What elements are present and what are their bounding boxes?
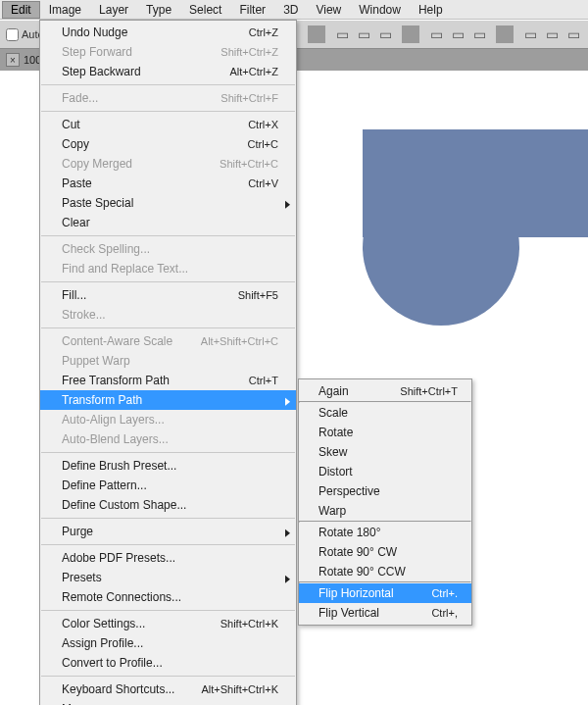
- menu-item-label: Adobe PDF Presets...: [62, 551, 175, 565]
- menu-item-label: Keyboard Shortcuts...: [62, 682, 174, 696]
- menubar-type[interactable]: Type: [137, 1, 180, 19]
- menubar-select[interactable]: Select: [180, 1, 230, 19]
- edit-menu-item-transform-path[interactable]: Transform Path: [40, 390, 296, 410]
- distribute-right-icon[interactable]: ▭: [564, 25, 582, 43]
- menubar-help[interactable]: Help: [410, 1, 452, 19]
- distribute-hcenter-icon[interactable]: ▭: [543, 25, 561, 43]
- menu-item-label: Content-Aware Scale: [62, 334, 172, 348]
- align-bottom-edges-icon[interactable]: ▭: [376, 25, 394, 43]
- vector-shape[interactable]: [343, 129, 588, 335]
- edit-menu-item-menus[interactable]: Menus...Alt+Shift+Ctrl+M: [40, 699, 296, 705]
- transform-menu-item-distort[interactable]: Distort: [299, 462, 471, 481]
- transform-menu-item-flip-horizontal[interactable]: Flip HorizontalCtrl+.: [299, 583, 471, 603]
- transform-menu-item-again[interactable]: AgainShift+Ctrl+T: [299, 381, 471, 401]
- edit-menu-item-copy[interactable]: CopyCtrl+C: [40, 134, 296, 154]
- toolbar-separator: [308, 25, 325, 43]
- edit-menu-item-auto-blend-layers: Auto-Blend Layers...: [40, 429, 296, 449]
- edit-menu-item-assign-profile[interactable]: Assign Profile...: [40, 633, 296, 653]
- edit-menu-item-convert-to-profile[interactable]: Convert to Profile...: [40, 653, 296, 673]
- menu-item-label: Define Brush Preset...: [62, 459, 176, 473]
- transform-menu-item-rotate[interactable]: Rotate: [299, 423, 471, 442]
- menu-item-shortcut: Shift+Ctrl+C: [220, 158, 278, 170]
- edit-menu-item-cut[interactable]: CutCtrl+X: [40, 115, 296, 134]
- menu-item-label: Convert to Profile...: [62, 656, 163, 670]
- menubar-view[interactable]: View: [307, 1, 350, 19]
- edit-menu-item-presets[interactable]: Presets: [40, 568, 296, 587]
- edit-menu-item-remote-connections[interactable]: Remote Connections...: [40, 587, 296, 607]
- menubar-filter[interactable]: Filter: [230, 1, 274, 19]
- menu-item-label: Purge: [62, 525, 93, 538]
- edit-menu-item-check-spelling: Check Spelling...: [40, 239, 296, 259]
- edit-menu-item-free-transform-path[interactable]: Free Transform PathCtrl+T: [40, 371, 296, 390]
- menu-item-label: Fade...: [62, 91, 98, 105]
- transform-menu-item-rotate-180[interactable]: Rotate 180°: [299, 523, 471, 542]
- edit-menu-item-paste-special[interactable]: Paste Special: [40, 193, 296, 213]
- menu-item-label: Distort: [318, 465, 353, 478]
- menubar-3d[interactable]: 3D: [274, 1, 307, 19]
- menu-item-shortcut: Alt+Ctrl+Z: [229, 66, 278, 77]
- edit-menu-item-content-aware-scale: Content-Aware ScaleAlt+Shift+Ctrl+C: [40, 331, 296, 351]
- auto-checkbox-input[interactable]: [6, 28, 19, 41]
- menu-item-shortcut: Ctrl+X: [248, 119, 278, 130]
- close-document-icon[interactable]: ×: [6, 53, 20, 67]
- transform-menu-item-rotate-90-cw[interactable]: Rotate 90° CW: [299, 542, 471, 562]
- edit-menu-item-define-brush-preset[interactable]: Define Brush Preset...: [40, 456, 296, 476]
- menu-item-shortcut: Alt+Shift+Ctrl+C: [201, 335, 278, 347]
- menu-item-label: Paste Special: [62, 196, 133, 210]
- menu-item-label: Define Custom Shape...: [62, 498, 186, 512]
- menu-item-shortcut: Shift+Ctrl+K: [220, 618, 278, 629]
- edit-menu-item-separator: [41, 327, 295, 328]
- distribute-top-icon[interactable]: ▭: [427, 25, 445, 43]
- transform-menu-item-skew[interactable]: Skew: [299, 442, 471, 462]
- edit-menu-item-keyboard-shortcuts[interactable]: Keyboard Shortcuts...Alt+Shift+Ctrl+K: [40, 680, 296, 699]
- transform-menu-item-flip-vertical[interactable]: Flip VerticalCtrl+,: [299, 603, 471, 623]
- transform-menu-item-scale[interactable]: Scale: [299, 403, 471, 423]
- menu-item-label: Find and Replace Text...: [62, 262, 188, 276]
- menu-item-shortcut: Ctrl+,: [431, 607, 458, 619]
- menu-item-label: Copy Merged: [62, 157, 132, 171]
- edit-menu-item-separator: [41, 111, 295, 112]
- edit-menu-item-purge[interactable]: Purge: [40, 522, 296, 541]
- menu-item-label: Cut: [62, 118, 80, 131]
- edit-menu-item-fade: Fade...Shift+Ctrl+F: [40, 88, 296, 108]
- menu-item-label: Rotate 90° CCW: [318, 565, 406, 579]
- align-vertical-centers-icon[interactable]: ▭: [355, 25, 372, 43]
- edit-menu-item-color-settings[interactable]: Color Settings...Shift+Ctrl+K: [40, 614, 296, 633]
- distribute-left-icon[interactable]: ▭: [521, 25, 539, 43]
- edit-menu-item-define-pattern[interactable]: Define Pattern...: [40, 476, 296, 495]
- distribute-vcenter-icon[interactable]: ▭: [449, 25, 466, 43]
- menubar-edit[interactable]: Edit: [2, 1, 40, 19]
- menubar-image[interactable]: Image: [40, 1, 90, 19]
- edit-menu-item-find-and-replace-text: Find and Replace Text...: [40, 259, 296, 278]
- edit-menu-item-stroke: Stroke...: [40, 305, 296, 325]
- edit-menu-item-separator: [41, 452, 295, 453]
- menu-item-label: Free Transform Path: [62, 374, 170, 387]
- edit-menu-item-separator: [41, 518, 295, 519]
- toolbar-separator: [402, 25, 419, 43]
- menubar-window[interactable]: Window: [350, 1, 410, 19]
- edit-menu-item-define-custom-shape[interactable]: Define Custom Shape...: [40, 495, 296, 515]
- menu-item-label: Auto-Blend Layers...: [62, 432, 169, 446]
- transform-menu-item-perspective[interactable]: Perspective: [299, 481, 471, 501]
- edit-menu-item-undo-nudge[interactable]: Undo NudgeCtrl+Z: [40, 23, 296, 42]
- edit-menu-item-fill[interactable]: Fill...Shift+F5: [40, 285, 296, 305]
- transform-menu-item-rotate-90-ccw[interactable]: Rotate 90° CCW: [299, 562, 471, 581]
- menu-item-label: Step Forward: [62, 45, 132, 59]
- menu-item-label: Scale: [318, 406, 348, 420]
- edit-menu-item-paste[interactable]: PasteCtrl+V: [40, 174, 296, 193]
- align-top-edges-icon[interactable]: ▭: [333, 25, 351, 43]
- edit-menu-item-puppet-warp: Puppet Warp: [40, 351, 296, 371]
- edit-menu-item-adobe-pdf-presets[interactable]: Adobe PDF Presets...: [40, 548, 296, 568]
- menu-item-label: Auto-Align Layers...: [62, 413, 165, 427]
- menu-item-shortcut: Alt+Shift+Ctrl+K: [201, 683, 278, 695]
- menubar-layer[interactable]: Layer: [90, 1, 137, 19]
- menu-item-label: Copy: [62, 137, 89, 151]
- toolbar-separator: [496, 25, 514, 43]
- transform-menu-item-warp[interactable]: Warp: [299, 501, 471, 521]
- distribute-bottom-icon[interactable]: ▭: [470, 25, 488, 43]
- menu-item-label: Undo Nudge: [62, 25, 127, 39]
- edit-menu-item-clear[interactable]: Clear: [40, 213, 296, 232]
- menu-item-label: Rotate: [318, 426, 353, 439]
- edit-menu-item-copy-merged: Copy MergedShift+Ctrl+C: [40, 154, 296, 174]
- edit-menu-item-step-backward[interactable]: Step BackwardAlt+Ctrl+Z: [40, 62, 296, 81]
